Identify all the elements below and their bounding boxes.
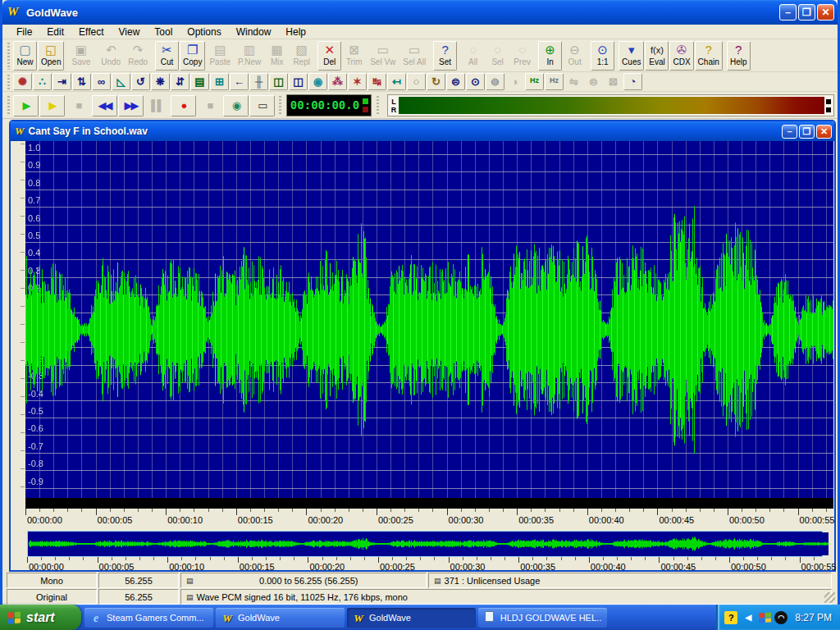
eval-button[interactable]: f(x)Eval bbox=[645, 41, 669, 71]
effect-icon-17[interactable]: ⁂ bbox=[328, 73, 347, 90]
doc-minimize-button[interactable]: – bbox=[782, 125, 797, 139]
effect-icon-14[interactable]: ◫ bbox=[269, 73, 288, 90]
effect-icon-9[interactable]: ⇵ bbox=[171, 73, 189, 90]
maximize-button[interactable]: ❐ bbox=[798, 4, 815, 21]
time-axis-label: 00:00:50 bbox=[729, 515, 765, 525]
fast-forward-button[interactable]: ▶▶ bbox=[118, 95, 144, 116]
sel-all-icon: ▭ bbox=[409, 43, 420, 57]
overview-strip[interactable] bbox=[27, 531, 823, 557]
menu-tool[interactable]: Tool bbox=[147, 25, 180, 39]
rewind-button[interactable]: ◀◀ bbox=[92, 95, 117, 116]
menu-file[interactable]: File bbox=[9, 25, 39, 39]
messenger-tray-icon[interactable] bbox=[759, 612, 770, 623]
task-label: GoldWave bbox=[238, 613, 280, 623]
effect-icon-15[interactable]: ◫ bbox=[289, 73, 308, 90]
time-axis-label: 00:00:35 bbox=[520, 562, 555, 572]
play-light-icon bbox=[363, 98, 368, 104]
effect-icon-16[interactable]: ◉ bbox=[308, 73, 327, 90]
in-button[interactable]: ⊕In bbox=[538, 41, 562, 71]
effect-icon-25[interactable]: ⊚ bbox=[486, 73, 504, 90]
overview-canvas[interactable] bbox=[29, 532, 829, 555]
taskbar-task-goldwave[interactable]: WGoldWave bbox=[347, 608, 476, 628]
effect-icon-8[interactable]: ❋ bbox=[151, 73, 170, 90]
document-title-bar[interactable]: W Cant Say F in School.wav – ❐ ✕ bbox=[11, 121, 834, 141]
toolbar-grip[interactable] bbox=[6, 96, 11, 115]
taskbar-task-goldwave[interactable]: WGoldWave bbox=[216, 608, 345, 628]
toolbar-button-label: Sel Vw bbox=[370, 57, 395, 67]
effect-icon-30: ⊜ bbox=[584, 73, 603, 90]
transport-bar: ▶▶■◀◀▶▶▌▌●■◉▭ 00:00:00.0 L R bbox=[2, 92, 838, 119]
channel-mode-cell: Mono bbox=[7, 573, 97, 588]
toolbar-button-label: New bbox=[16, 57, 33, 67]
record-button[interactable]: ● bbox=[171, 95, 196, 116]
effect-icon-10[interactable]: ▤ bbox=[190, 73, 209, 90]
waveform-canvas[interactable] bbox=[25, 141, 833, 498]
steam-tray-icon[interactable]: ◠ bbox=[774, 611, 788, 624]
toolbar-button-label: Repl bbox=[293, 57, 310, 67]
cues-icon: ▾ bbox=[628, 43, 635, 57]
toolbar-grip[interactable] bbox=[375, 96, 381, 115]
resize-grip-icon[interactable] bbox=[824, 592, 835, 603]
taskbar-task-hldj-goldwave-hel[interactable]: HLDJ GOLDWAVE HEL... bbox=[478, 608, 607, 628]
waveform-plot-area[interactable]: 1.00.90.80.70.60.50.40.30.20.1-0.1-0.2-0… bbox=[25, 141, 833, 498]
effect-icon-20[interactable]: ↤ bbox=[387, 73, 406, 90]
1-1-button[interactable]: ⊙1:1 bbox=[591, 41, 614, 71]
taskbar-task-steam-gamers-comm[interactable]: eSteam Gamers Comm... bbox=[84, 608, 213, 628]
open-button[interactable]: ◱Open bbox=[38, 41, 64, 71]
effect-icon-4[interactable]: ⇅ bbox=[72, 73, 91, 90]
toolbar-grip[interactable] bbox=[277, 96, 283, 115]
effect-icon-5[interactable]: ∞ bbox=[92, 73, 111, 90]
minimize-button[interactable]: – bbox=[779, 4, 797, 21]
doc-maximize-button[interactable]: ❐ bbox=[799, 125, 815, 139]
menu-view[interactable]: View bbox=[112, 25, 148, 39]
effect-icon-1[interactable]: ✺ bbox=[13, 73, 32, 90]
effect-icon-27[interactable]: Hz bbox=[525, 73, 544, 90]
effect-icon-2[interactable]: ∴ bbox=[33, 73, 52, 90]
effect-icon-18[interactable]: ✶ bbox=[348, 73, 367, 90]
effect-icon-7[interactable]: ↺ bbox=[131, 73, 150, 90]
effect-icon-28[interactable]: Hz bbox=[545, 73, 564, 90]
set-button[interactable]: ?Set bbox=[433, 41, 457, 71]
effect-icon-22[interactable]: ↻ bbox=[427, 73, 445, 90]
cut-button[interactable]: ✂Cut bbox=[155, 41, 179, 71]
effect-icon-19[interactable]: ↹ bbox=[368, 73, 386, 90]
close-button[interactable]: ✕ bbox=[817, 4, 834, 21]
collapse-chevron-icon[interactable]: ◀ bbox=[742, 611, 755, 624]
menu-bar: FileEditEffectViewToolOptionsWindowHelp bbox=[2, 25, 838, 39]
play-selection-button[interactable]: ▶ bbox=[39, 95, 65, 116]
main-title-bar[interactable]: W GoldWave – ❐ ✕ bbox=[2, 0, 838, 25]
del-button[interactable]: ✕Del bbox=[317, 41, 341, 71]
play-button[interactable]: ▶ bbox=[13, 95, 39, 116]
record-options-button[interactable]: ◉ bbox=[223, 95, 249, 116]
cdx-button[interactable]: ✇CDX bbox=[669, 41, 693, 71]
selection-strip[interactable] bbox=[25, 498, 833, 509]
menu-edit[interactable]: Edit bbox=[39, 25, 71, 39]
effect-icon-6[interactable]: ◺ bbox=[112, 73, 130, 90]
monitor-window-button[interactable]: ▭ bbox=[249, 95, 275, 116]
new-button[interactable]: ▢New bbox=[13, 41, 37, 71]
effect-icon-23[interactable]: ⊜ bbox=[446, 73, 465, 90]
start-button[interactable]: start bbox=[0, 605, 81, 630]
toolbar-button-label: 1:1 bbox=[597, 57, 609, 67]
copy-button[interactable]: ❐Copy bbox=[180, 41, 205, 71]
effect-icon-12[interactable]: ← bbox=[230, 73, 249, 90]
help-tray-icon[interactable]: ? bbox=[724, 611, 737, 624]
menu-options[interactable]: Options bbox=[180, 25, 228, 39]
help-button[interactable]: ?Help bbox=[727, 41, 751, 71]
doc-close-button[interactable]: ✕ bbox=[816, 125, 832, 139]
menu-effect[interactable]: Effect bbox=[71, 25, 111, 39]
toolbar-grip[interactable] bbox=[6, 75, 11, 89]
effect-icon-13[interactable]: ╫ bbox=[249, 73, 268, 90]
effect-icon-3[interactable]: ⇥ bbox=[52, 73, 71, 90]
toolbar-grip[interactable] bbox=[6, 43, 11, 70]
chain-button[interactable]: ?Chain bbox=[695, 41, 723, 71]
effect-icon-24[interactable]: ⊙ bbox=[466, 73, 485, 90]
meter-left-label: L bbox=[389, 98, 399, 106]
effect-icon-11[interactable]: ⊞ bbox=[210, 73, 229, 90]
cues-button[interactable]: ▾Cues bbox=[619, 41, 644, 71]
task-label: GoldWave bbox=[369, 613, 411, 623]
effect-icon-21[interactable]: ○ bbox=[407, 73, 426, 90]
menu-help[interactable]: Help bbox=[278, 25, 313, 39]
effect-icon-32[interactable]: ◔ bbox=[623, 73, 642, 90]
menu-window[interactable]: Window bbox=[229, 25, 279, 39]
